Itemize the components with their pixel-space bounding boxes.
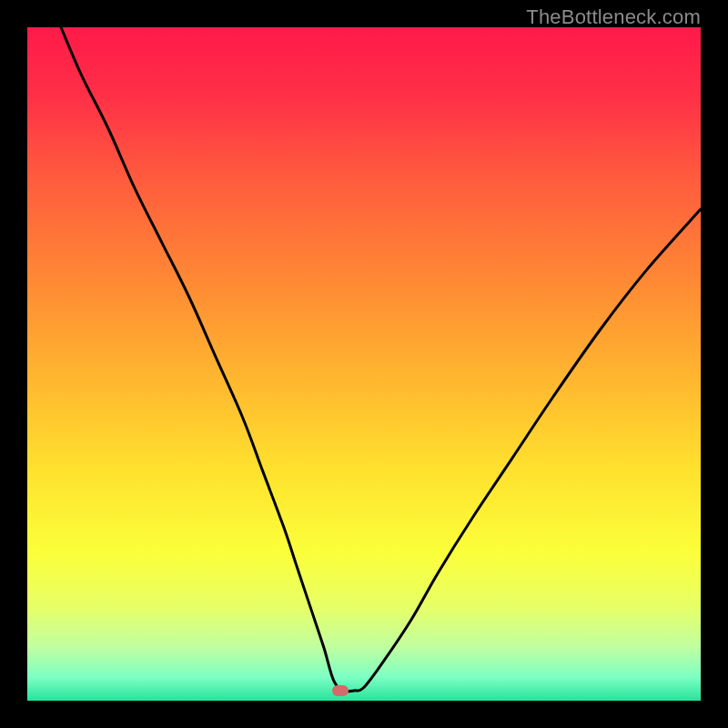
optimal-point-marker — [332, 685, 349, 696]
gradient-background — [27, 27, 701, 701]
watermark-text: TheBottleneck.com — [526, 5, 701, 29]
chart-frame: TheBottleneck.com — [0, 0, 728, 728]
plot-area — [27, 27, 701, 701]
